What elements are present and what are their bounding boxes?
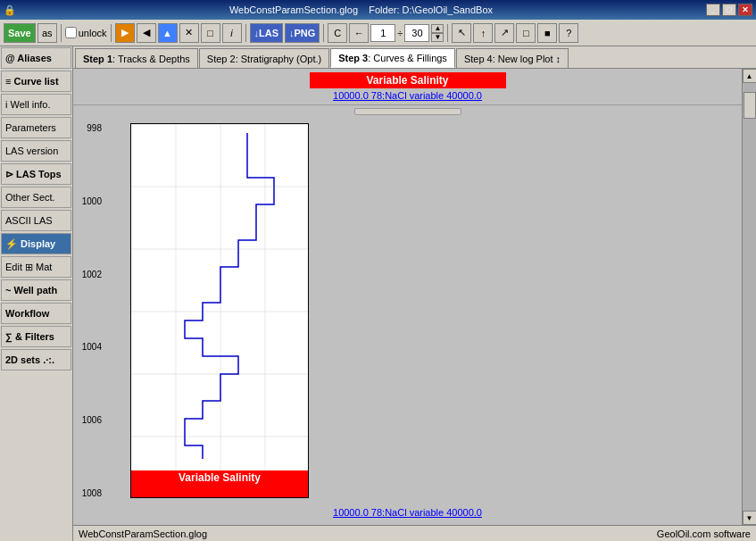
- chart-svg: [131, 124, 308, 470]
- tab-step2[interactable]: Step 2: Stratigraphy (Opt.): [199, 48, 329, 68]
- y-label-1002: 1002: [82, 270, 102, 279]
- toolbar-separator-3: [245, 24, 246, 42]
- status-right: GeolOil.com software: [657, 529, 751, 539]
- i-btn[interactable]: i: [222, 23, 242, 43]
- sidebar-item-las-version[interactable]: LAS version: [1, 140, 71, 162]
- png-button[interactable]: ↓PNG: [285, 23, 320, 43]
- toolbar-separator-1: [61, 24, 62, 42]
- hscroll-top: [73, 105, 742, 118]
- sidebar-item-aliases[interactable]: @ Aliases: [1, 47, 71, 69]
- sidebar-item-edit-mat[interactable]: Edit ⊞ Mat: [1, 256, 71, 278]
- y-label-1008: 1008: [82, 488, 102, 498]
- unlock-check[interactable]: unlock: [65, 27, 107, 38]
- tab-step1[interactable]: Step 1: Tracks & Depths: [75, 48, 198, 68]
- sidebar-item-curve-list[interactable]: ≡ Curve list: [1, 71, 71, 92]
- tab-step4-label: Step 4: New log Plot ↕: [464, 54, 561, 64]
- sidebar-item-display[interactable]: ⚡ Display: [1, 233, 71, 254]
- tab-step3[interactable]: Step 3: Curves & Fillings: [330, 48, 455, 68]
- plot-header: Variable Salinity 10000.0 78:NaCl variab…: [73, 69, 742, 105]
- footer-red-label: Variable Salinity: [179, 470, 261, 484]
- tab-step2-label: Step 2: Stratigraphy (Opt.): [207, 54, 321, 64]
- status-bar: WebConstParamSection.glog GeolOil.com so…: [73, 525, 756, 541]
- maximize-button[interactable]: □: [722, 4, 736, 16]
- sidebar-item-well-path[interactable]: ~ Well path: [1, 279, 71, 301]
- close-button[interactable]: ✕: [738, 4, 752, 16]
- header-red-bar: Variable Salinity: [310, 72, 506, 88]
- tool-btn-1[interactable]: ↖: [452, 23, 471, 43]
- plot-scroll-area: Variable Salinity 10000.0 78:NaCl variab…: [73, 69, 742, 525]
- y-label-1004: 1004: [82, 342, 102, 352]
- square-btn[interactable]: □: [201, 23, 220, 43]
- tab-content: Variable Salinity 10000.0 78:NaCl variab…: [73, 69, 756, 541]
- page-number-input[interactable]: [370, 24, 395, 42]
- tool-btn-3[interactable]: ↗: [494, 23, 514, 43]
- page-size-input[interactable]: [404, 24, 429, 42]
- spin-group: ▲ ▼: [431, 24, 444, 42]
- spin-down[interactable]: ▼: [431, 33, 444, 42]
- orange-btn[interactable]: ▶: [115, 23, 135, 43]
- sidebar-item-well-info[interactable]: i Well info.: [1, 94, 71, 115]
- tab-step4[interactable]: Step 4: New log Plot ↕: [456, 48, 569, 68]
- sidebar-item-other-sect[interactable]: Other Sect.: [1, 187, 71, 208]
- toolbar-btn-3[interactable]: ◀: [137, 23, 156, 43]
- help-button[interactable]: ?: [559, 23, 578, 43]
- sidebar-item-ascii-las[interactable]: ASCII LAS: [1, 210, 71, 231]
- arrow-btn[interactable]: ←: [349, 23, 369, 43]
- footer-area: 10000.0 78:NaCl variable 40000.0: [73, 504, 742, 520]
- content-area: Step 1: Tracks & Depths Step 2: Stratigr…: [73, 46, 756, 541]
- tool-btn-2[interactable]: ↑: [473, 23, 493, 43]
- tool-btn-5[interactable]: ■: [537, 23, 557, 43]
- main-layout: @ Aliases ≡ Curve list i Well info. Para…: [0, 46, 756, 541]
- x-btn[interactable]: ✕: [179, 23, 199, 43]
- title-bar-icon: 🔒: [4, 4, 16, 16]
- sidebar-item-workflow[interactable]: Workflow: [1, 303, 71, 324]
- header-sub-label: 10000.0 78:NaCl variable 40000.0: [77, 90, 738, 101]
- tab-step3-label: Step 3: Curves & Fillings: [338, 53, 447, 63]
- blue-btn[interactable]: ▲: [158, 23, 178, 43]
- toolbar-separator-2: [111, 24, 112, 42]
- toolbar-separator-5: [447, 24, 448, 42]
- spin-up[interactable]: ▲: [431, 24, 444, 33]
- toolbar-separator-4: [323, 24, 324, 42]
- sidebar-item-las-tops[interactable]: ⊳ LAS Tops: [1, 163, 71, 185]
- title-bar: 🔒 WebConstParamSection.glog Folder: D:\G…: [0, 0, 756, 20]
- divider-label: ÷: [397, 28, 403, 38]
- sidebar-item-parameters[interactable]: Parameters: [1, 117, 71, 138]
- title-bar-text: WebConstParamSection.glog Folder: D:\Geo…: [16, 4, 706, 15]
- y-axis: 998 1000 1002 1004 1006 1008: [77, 123, 104, 498]
- scroll-thumb[interactable]: [744, 92, 756, 119]
- minimize-button[interactable]: _: [706, 4, 720, 16]
- c-button[interactable]: C: [328, 23, 347, 43]
- tab-bar: Step 1: Tracks & Depths Step 2: Stratigr…: [73, 46, 756, 69]
- scroll-track[interactable]: [743, 83, 757, 511]
- scroll-up-btn[interactable]: ▲: [743, 69, 757, 83]
- save-button[interactable]: Save: [4, 23, 36, 43]
- las-button[interactable]: ↓LAS: [250, 23, 284, 43]
- tab-step1-label: Step 1: Tracks & Depths: [83, 54, 190, 64]
- chart-area: 998 1000 1002 1004 1006 1008: [73, 118, 742, 504]
- y-label-1006: 1006: [82, 415, 102, 425]
- sidebar-item-filters[interactable]: ∑ & Filters: [1, 326, 71, 347]
- chart-inner: Variable Salinity: [130, 123, 309, 498]
- unlock-checkbox[interactable]: [65, 27, 77, 38]
- scrollbar-right: ▲ ▼: [742, 69, 756, 525]
- sidebar-item-2d-sets[interactable]: 2D sets .·:.: [1, 349, 71, 370]
- status-left: WebConstParamSection.glog: [79, 529, 207, 539]
- scroll-down-btn[interactable]: ▼: [743, 511, 757, 525]
- toolbar: Save as unlock ▶ ◀ ▲ ✕ □ i ↓LAS ↓PNG C ←…: [0, 20, 756, 46]
- as-button[interactable]: as: [37, 23, 57, 43]
- tool-btn-4[interactable]: □: [516, 23, 536, 43]
- y-label-998: 998: [87, 123, 102, 133]
- y-label-1000: 1000: [82, 196, 102, 206]
- footer-sub-label: 10000.0 78:NaCl variable 40000.0: [75, 507, 740, 518]
- sidebar: @ Aliases ≡ Curve list i Well info. Para…: [0, 46, 73, 541]
- chart-footer-red: Variable Salinity: [131, 470, 308, 497]
- hscroll-thumb-top: [354, 108, 461, 115]
